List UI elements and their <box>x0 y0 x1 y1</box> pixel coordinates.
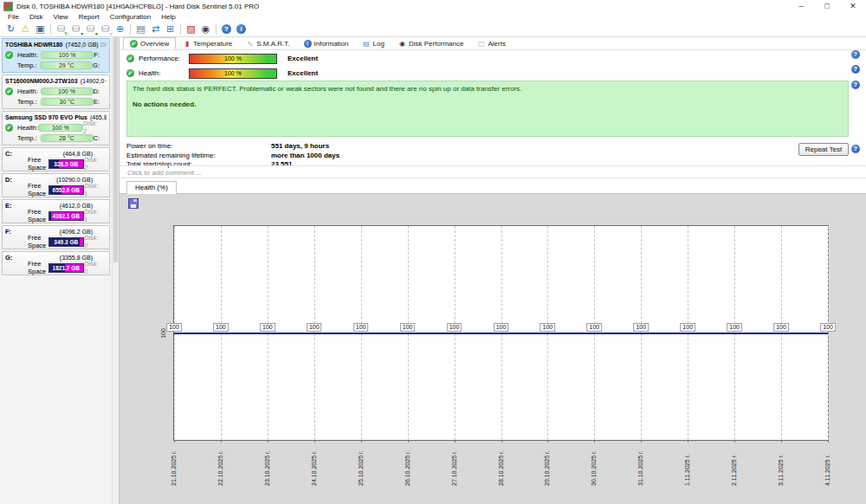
performance-graph-icon[interactable]: ▨ <box>184 23 198 36</box>
comment-field[interactable]: Click to add comment ... <box>120 165 866 178</box>
data-point-label: 100 <box>727 323 742 332</box>
x-axis-tick <box>641 440 642 443</box>
info-icon[interactable]: i <box>236 24 246 34</box>
disk-card[interactable]: Samsung SSD 970 EVO Plus (465,8 GB) ✔ He… <box>2 111 110 145</box>
menu-bar: File Disk View Report Configuration Help <box>0 12 866 22</box>
close-button[interactable]: ✕ <box>840 0 866 12</box>
metric-status: Excellent <box>288 55 318 62</box>
x-axis-date-label: 30.10.2025 г. <box>591 444 598 486</box>
free-space-label: Free Space <box>28 260 48 275</box>
help-icon[interactable]: ? <box>851 50 860 59</box>
help-icon[interactable]: ? <box>851 145 860 153</box>
tab-disk-performance[interactable]: ◉ Disk Performance <box>391 37 471 49</box>
help-icon[interactable]: ? <box>851 65 860 74</box>
free-space-label: Free Space <box>28 208 48 223</box>
metric-value: 100 % <box>190 69 276 78</box>
menu-item-view[interactable]: View <box>48 13 73 21</box>
refresh-icon[interactable]: ↻ <box>3 23 18 36</box>
tab-icon: ∿ <box>246 40 254 48</box>
menu-item-file[interactable]: File <box>3 13 24 21</box>
volume-letter: E: <box>5 202 12 210</box>
disk-ok-icon[interactable]: ⛁● <box>83 23 98 36</box>
metric-gradient-bar: 100 % <box>189 54 277 64</box>
temp-label: Temp.: <box>17 134 41 142</box>
disk-platter-icon[interactable]: ◉ <box>198 23 213 36</box>
disk-card[interactable]: ST16000NM000J-2TW103 (14902,0 GB) Dis ✔ … <box>2 74 110 109</box>
x-axis-date-label: 28.10.2025 г. <box>498 444 505 486</box>
drive-letter: F: <box>94 51 107 59</box>
disk-test-icon[interactable]: ⛁↻ <box>54 23 68 36</box>
tab-overview[interactable]: ✔ Overview <box>123 37 176 49</box>
globe-icon[interactable]: ⊕ <box>113 23 127 36</box>
tab-label: Overview <box>140 40 169 48</box>
x-axis-date-label: 24.10.2025 г. <box>311 444 318 486</box>
temp-bar: 29 °C <box>40 61 93 69</box>
data-point-label: 100 <box>633 323 649 332</box>
x-axis-date-label: 29.10.2025 г. <box>544 444 551 486</box>
menu-item-report[interactable]: Report <box>74 13 105 21</box>
tab-label: Temperature <box>193 40 232 48</box>
health-ok-icon: ✔ <box>5 51 13 59</box>
data-point-label: 100 <box>587 323 603 332</box>
menu-item-disk[interactable]: Disk <box>24 13 48 21</box>
x-axis-date-label: 22.10.2025 г. <box>217 444 224 486</box>
volume-card[interactable]: F: (4096,2 GB) Free Space 349.3 GB Disk:… <box>2 225 110 249</box>
tab-log[interactable]: ▤ Log <box>356 37 391 49</box>
menu-item-help[interactable]: Help <box>156 13 180 21</box>
tab-label: Log <box>373 40 385 48</box>
network-icon[interactable]: ⊞ <box>163 23 178 36</box>
temp-bar: 30 °C <box>41 98 94 106</box>
health-bar: 100 % <box>41 51 94 59</box>
report-icon[interactable]: ▤ <box>133 23 148 36</box>
data-point-label: 100 <box>494 323 509 332</box>
volume-letter: F: <box>5 228 11 236</box>
free-space-label: Free Space <box>28 182 48 197</box>
data-point-label: 100 <box>260 323 275 332</box>
save-chart-icon[interactable] <box>128 198 139 209</box>
x-axis-date-label: 21.10.2025 г. <box>171 444 178 486</box>
sidebar-scrollbar[interactable] <box>112 37 119 504</box>
health-label: Health: <box>17 124 38 132</box>
health-chart-plot: 10010021.10.2025 г.10022.10.2025 г.10023… <box>173 225 829 441</box>
sync-icon[interactable]: ⇄ <box>148 23 163 36</box>
disk-search-icon[interactable]: ⛁⌕ <box>98 23 113 36</box>
drive-letter: C: <box>94 134 107 142</box>
volume-card[interactable]: G: (3355,8 GB) Free Space 1821.7 GB Disk… <box>2 251 110 275</box>
maximize-button[interactable]: □ <box>814 0 840 12</box>
metric-row: ✔ Performance: 100 % Excellent <box>126 52 866 65</box>
status-text: The hard disk status is PERFECT. Problem… <box>132 85 843 93</box>
tab-temperature[interactable]: ▮ Temperature <box>176 37 239 49</box>
x-axis-date-label: 31.10.2025 г. <box>637 444 644 486</box>
stat-row: Estimated remaining lifetime: more than … <box>126 152 339 161</box>
tab-alerts[interactable]: ▢ Alerts <box>470 37 512 49</box>
temp-label: Temp.: <box>17 61 40 69</box>
free-space-bar: 1821.7 GB <box>48 263 84 273</box>
help-icon[interactable]: ? <box>851 81 860 89</box>
tab-s-m-a-r-t-[interactable]: ∿ S.M.A.R.T. <box>239 37 296 49</box>
help-icon[interactable]: ? <box>222 24 231 34</box>
tab-information[interactable]: i Information <box>297 37 356 49</box>
tab-label: Alerts <box>488 40 505 48</box>
volume-card[interactable]: C: (464,8 GB) Free Space 328.5 GB Disk: … <box>2 147 110 171</box>
warning-icon[interactable]: ⚠ <box>18 23 33 36</box>
volume-card[interactable]: D: (10290,0 GB) Free Space 6552.6 GB Dis… <box>2 173 110 197</box>
tab-health-chart[interactable]: Health (%) <box>126 181 177 194</box>
disk-card[interactable]: TOSHIBA HDWR180 (7452,0 GB) Disk: 0 ✔ He… <box>2 38 110 73</box>
volume-disk-number: Disk: 2 <box>84 156 107 171</box>
stat-value: 551 days, 9 hours <box>271 142 329 152</box>
health-ok-icon: ✔ <box>5 87 13 95</box>
repeat-test-button[interactable]: Repeat Test <box>798 143 849 156</box>
x-axis-date-label: 2.11.2025 г. <box>731 444 738 486</box>
x-axis-tick <box>221 440 222 443</box>
metric-gradient-bar: 100 % <box>189 68 277 79</box>
metric-label: Performance: <box>139 55 189 62</box>
tab-icon: ✔ <box>130 40 138 48</box>
monitor-icon[interactable]: ▣ <box>33 23 48 36</box>
menu-item-configuration[interactable]: Configuration <box>105 13 157 21</box>
disk-surface-icon[interactable]: ⛁▾ <box>68 23 83 36</box>
disk-size: (14902,0 GB) <box>81 78 107 84</box>
metric-label: Health: <box>139 69 189 77</box>
data-point-label: 100 <box>213 323 229 332</box>
volume-card[interactable]: E: (4612,0 GB) Free Space 4382.1 GB Disk… <box>2 199 110 223</box>
minimize-button[interactable]: – <box>788 0 814 12</box>
